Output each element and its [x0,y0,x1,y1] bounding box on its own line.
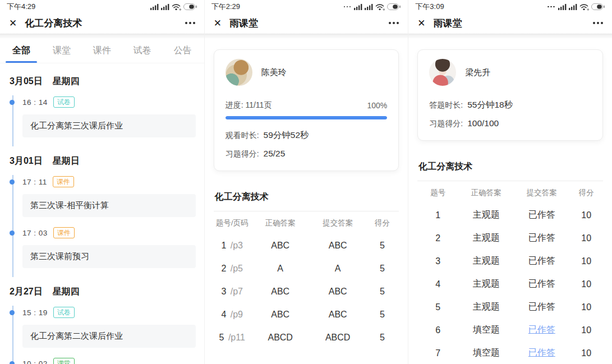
cell-submitted-answer: ABC [310,287,366,297]
item-title-card[interactable]: 第三次课前预习 [22,245,196,268]
table-header-row: 题号正确答案提交答案得分 [417,182,603,204]
nav-bar: ✕ 雨课堂 [408,12,612,34]
cell-correct-answer: ABCD [251,333,310,343]
timeline-dot-icon [10,310,15,315]
watch-time-line: 观看时长: 59分钟52秒 [226,130,388,141]
timeline: 3月05日 星期四 16 : 14 试卷 化工分离第三次课后作业 3月01日 星… [0,63,204,364]
timeline-items: 17 : 11 课件 第三次课-相平衡计算 17 : 03 课件 第三次课前预习 [12,175,196,277]
item-meta: 10 : 02 课堂 [22,358,196,364]
timeline-date-header: 2月27日 星期四 [10,286,196,298]
cell-score: 5 [366,310,399,320]
table-row: 3 主观题 已作答 10 [417,250,603,273]
status-bar: 下午3:09 [408,0,612,12]
cell-correct-answer: A [251,264,310,274]
panel-course-timeline: 下午4:29 ✕ 化工分离技术 全部课堂课件试卷公告 3月05日 星期四 16 … [0,0,204,364]
weekday-text: 星期四 [53,286,80,298]
progress-label: 进度: 11/11页 [226,100,272,110]
cell-correct-answer: 主观题 [458,278,514,290]
nav-bar: ✕ 雨课堂 [205,12,408,34]
timeline-item: 17 : 03 课件 第三次课前预习 [22,227,196,268]
item-title-card[interactable]: 化工分离第三次课后作业 [22,114,196,137]
student-name: 陈美玲 [261,67,287,78]
tab-all[interactable]: 全部 [11,38,31,63]
item-meta: 16 : 14 试卷 [22,96,196,108]
more-icon [547,6,555,8]
answer-duration-value: 55分钟18秒 [467,99,513,111]
cell-score: 10 [569,233,603,243]
tab-notice[interactable]: 公告 [173,38,193,63]
submitted-answer-link[interactable]: 已作答 [514,324,569,336]
tab-class[interactable]: 课堂 [52,38,72,63]
answer-duration-line: 答题时长: 55分钟18秒 [429,99,591,111]
tab-label: 公告 [174,45,192,57]
item-title-card[interactable]: 化工分离第二次课后作业 [22,325,196,348]
table-row: 5 主观题 已作答 10 [417,296,603,319]
item-type-badge: 课堂 [53,358,75,364]
tab-exam[interactable]: 试卷 [132,38,153,63]
battery-icon [183,3,197,10]
progress-fill [226,116,388,119]
timeline-group: 3月01日 星期日 17 : 11 课件 第三次课-相平衡计算 17 : 03 … [10,155,196,277]
cell-correct-answer: 主观题 [458,301,514,313]
student-card: 陈美玲 进度: 11/11页 100% 观看时长: 59分钟52秒 [214,49,399,171]
battery-icon [591,3,605,10]
nav-divider [408,34,612,38]
avatar [429,59,456,86]
table-row: 2 /p5 A A 5 [214,257,399,280]
timeline-dot-icon [10,361,15,364]
cell-question-page: 5 /p11 [214,333,251,343]
timeline-group: 3月05日 星期四 16 : 14 试卷 化工分离第三次课后作业 [10,76,196,146]
label-text: 习题得分: [226,149,259,159]
cell-signal-icon [569,4,577,10]
panel-student-report-questions: 下午3:09 ✕ 雨课堂 梁先升 答题时长: 55分钟18秒 [408,0,612,364]
column-header: 题号 [417,188,458,198]
status-icons [150,3,197,11]
cell-score: 5 [366,333,399,343]
avatar [226,59,252,86]
answers-table: 题号正确答案提交答案得分 1 主观题 已作答 10 2 主观题 已作答 10 3… [417,182,603,364]
timeline-items: 16 : 14 试卷 化工分离第三次课后作业 [12,95,196,146]
cell-submitted-answer: ABCD [310,333,366,343]
item-time: 17 : 11 [22,178,47,186]
item-type-badge: 试卷 [53,307,75,318]
table-row: 5 /p11 ABCD ABCD 5 [214,326,399,349]
student-card: 梁先升 答题时长: 55分钟18秒 习题得分: 100/100 [417,49,603,141]
page-title: 雨课堂 [229,17,389,30]
cell-submitted-answer: 已作答 [514,209,569,221]
table-header-row: 题号/页码正确答案提交答案得分 [214,213,399,234]
cell-score: 10 [569,348,603,358]
nav-divider [205,34,408,38]
tab-courseware[interactable]: 课件 [92,38,112,63]
tab-label: 课件 [93,45,111,57]
weekday-text: 星期日 [53,155,80,167]
close-icon[interactable]: ✕ [214,19,222,28]
cell-submitted-answer: 已作答 [514,278,569,290]
tab-label: 全部 [12,45,30,57]
item-time: 17 : 03 [22,229,48,237]
exercise-score-line: 习题得分: 25/25 [226,149,388,159]
label-text: 习题得分: [429,119,463,129]
item-meta: 15 : 19 试卷 [22,307,196,318]
cell-score: 10 [569,302,603,312]
timeline-dot-icon [10,231,15,236]
cell-submitted-answer: 已作答 [514,232,569,244]
answers-table: 题号/页码正确答案提交答案得分 1 /p3 ABC ABC 5 2 /p5 A … [214,213,399,349]
page-title: 化工分离技术 [25,17,185,30]
label-text: 观看时长: [226,131,259,141]
label-text: 进度: [226,100,243,109]
submitted-answer-link[interactable]: 已作答 [514,347,569,359]
menu-dots-icon[interactable] [389,19,399,27]
cell-correct-answer: 主观题 [458,255,514,267]
item-title-card[interactable]: 第三次课-相平衡计算 [22,194,196,217]
cell-signal-icon [354,4,362,10]
cell-submitted-answer: 已作答 [514,255,569,267]
menu-dots-icon[interactable] [185,19,195,27]
close-icon[interactable]: ✕ [9,19,17,28]
progress-percent: 100% [367,101,388,110]
menu-dots-icon[interactable] [593,19,603,27]
cell-correct-answer: ABC [251,310,310,320]
table-row: 1 主观题 已作答 10 [417,204,603,227]
close-icon[interactable]: ✕ [417,19,425,28]
cell-submitted-answer: ABC [310,310,366,320]
panel-student-report-pages: 下午2:29 ✕ 雨课堂 陈美玲 进度: 11/11页 [204,0,408,364]
